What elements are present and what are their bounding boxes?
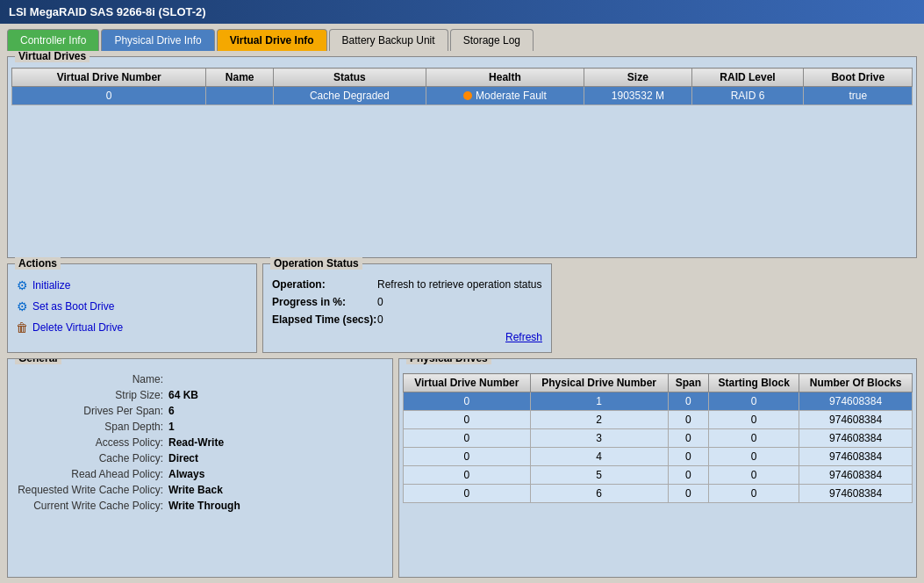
table-row[interactable]: 0 3 0 0 974608384 (404, 429, 913, 448)
pd-vd-number: 0 (404, 429, 531, 448)
pd-col-span: Span (668, 374, 708, 392)
pd-span: 0 (668, 411, 708, 429)
general-row: Name: (15, 373, 385, 385)
pd-starting-block: 0 (709, 411, 799, 429)
general-row: Read Ahead Policy: Always (15, 468, 385, 480)
pd-starting-block: 0 (709, 466, 799, 485)
table-row[interactable]: 0 Cache Degraded Moderate Fault 1903532 … (12, 87, 913, 105)
pd-vd-number: 0 (404, 485, 531, 503)
pd-starting-block: 0 (709, 429, 799, 448)
pd-pd-number: 6 (530, 485, 668, 503)
set-boot-drive-icon: ⚙ (15, 299, 29, 313)
col-name: Name (206, 68, 274, 87)
tab-physical-drive-info[interactable]: Physical Drive Info (101, 29, 214, 51)
set-as-boot-drive-link[interactable]: ⚙ Set as Boot Drive (15, 299, 249, 313)
title-bar: LSI MegaRAID SAS 9266-8i (SLOT-2) (0, 0, 924, 24)
progress-row: Progress in %: 0 (272, 296, 542, 308)
pd-starting-block: 0 (709, 448, 799, 466)
table-row[interactable]: 0 5 0 0 974608384 (404, 466, 913, 485)
general-value: Direct (168, 452, 198, 464)
elapsed-time-row: Elapsed Time (secs): 0 (272, 313, 542, 326)
elapsed-time-label: Elapsed Time (secs): (272, 313, 377, 326)
col-status: Status (273, 68, 426, 87)
table-row[interactable]: 0 4 0 0 974608384 (404, 448, 913, 466)
general-row: Strip Size: 64 KB (15, 389, 385, 401)
main-content: Virtual Drives Virtual Drive Number Name… (0, 51, 924, 583)
pd-pd-number: 5 (530, 466, 668, 485)
refresh-button[interactable]: Refresh (505, 331, 542, 343)
pd-col-starting-block: Starting Block (709, 374, 799, 392)
pd-col-vd-number: Virtual Drive Number (404, 374, 531, 392)
pd-span: 0 (668, 429, 708, 448)
pd-pd-number: 2 (530, 411, 668, 429)
general-label: Requested Write Cache Policy: (15, 484, 168, 496)
general-value: Write Through (168, 500, 240, 512)
health-dot-icon (463, 91, 472, 100)
pd-num-blocks: 974608384 (799, 466, 913, 485)
tab-bar: Controller Info Physical Drive Info Virt… (0, 24, 924, 51)
initialize-icon: ⚙ (15, 278, 29, 292)
pd-num-blocks: 974608384 (799, 411, 913, 429)
title-text: LSI MegaRAID SAS 9266-8i (SLOT-2) (9, 5, 206, 18)
lower-row: General Name: Strip Size: 64 KB Drives P… (7, 358, 917, 578)
pd-vd-number: 0 (404, 466, 531, 485)
pd-span: 0 (668, 466, 708, 485)
general-row: Requested Write Cache Policy: Write Back (15, 484, 385, 496)
pd-vd-number: 0 (404, 392, 531, 411)
general-value: Write Back (168, 484, 223, 496)
vd-number: 0 (12, 87, 206, 105)
actions-title: Actions (15, 257, 61, 270)
pd-span: 0 (668, 448, 708, 466)
general-label: Read Ahead Policy: (15, 468, 168, 480)
vd-health: Moderate Fault (426, 87, 584, 105)
general-label: Name: (15, 373, 168, 385)
operation-value: Refresh to retrieve operation status (377, 278, 541, 291)
virtual-drives-section: Virtual Drives Virtual Drive Number Name… (7, 56, 917, 258)
progress-value: 0 (377, 296, 383, 308)
table-row[interactable]: 0 1 0 0 974608384 (404, 392, 913, 411)
general-label: Strip Size: (15, 389, 168, 401)
col-health: Health (426, 68, 584, 87)
general-value: Read-Write (168, 436, 224, 449)
table-row[interactable]: 0 2 0 0 974608384 (404, 411, 913, 429)
col-raid-level: RAID Level (691, 68, 804, 87)
operation-row: Operation: Refresh to retrieve operation… (272, 278, 542, 291)
col-size: Size (584, 68, 691, 87)
general-value: 6 (168, 405, 175, 417)
pd-vd-number: 0 (404, 448, 531, 466)
delete-virtual-drive-link[interactable]: 🗑 Delete Virtual Drive (15, 320, 249, 335)
pd-num-blocks: 974608384 (799, 392, 913, 411)
middle-row: Actions ⚙ Initialize ⚙ Set as Boot Drive… (7, 263, 917, 353)
actions-section: Actions ⚙ Initialize ⚙ Set as Boot Drive… (7, 263, 257, 353)
tab-controller-info[interactable]: Controller Info (7, 29, 99, 51)
vd-status: Cache Degraded (273, 87, 426, 105)
pd-pd-number: 4 (530, 448, 668, 466)
delete-label: Delete Virtual Drive (32, 321, 123, 334)
delete-icon: 🗑 (15, 320, 29, 335)
operation-status-section: Operation Status Operation: Refresh to r… (262, 263, 552, 353)
pd-starting-block: 0 (709, 485, 799, 503)
general-row: Drives Per Span: 6 (15, 405, 385, 417)
general-fields: Name: Strip Size: 64 KB Drives Per Span:… (15, 373, 385, 512)
general-row: Cache Policy: Direct (15, 452, 385, 464)
pd-num-blocks: 974608384 (799, 485, 913, 503)
virtual-drives-table: Virtual Drive Number Name Status Health … (11, 68, 913, 105)
pd-vd-number: 0 (404, 411, 531, 429)
general-label: Cache Policy: (15, 452, 168, 464)
general-value: Always (168, 468, 204, 480)
general-label: Span Depth: (15, 421, 168, 433)
vd-name (206, 87, 274, 105)
tab-storage-log[interactable]: Storage Log (450, 29, 534, 51)
pd-col-pd-number: Physical Drive Number (530, 374, 668, 392)
refresh-container: Refresh (272, 331, 542, 343)
tab-battery-backup-unit[interactable]: Battery Backup Unit (329, 29, 448, 51)
initialize-label: Initialize (32, 279, 70, 292)
general-value: 1 (168, 421, 175, 433)
table-row[interactable]: 0 6 0 0 974608384 (404, 485, 913, 503)
initialize-link[interactable]: ⚙ Initialize (15, 278, 249, 292)
general-label: Drives Per Span: (15, 405, 168, 417)
pd-pd-number: 3 (530, 429, 668, 448)
vd-size: 1903532 M (584, 87, 691, 105)
tab-virtual-drive-info[interactable]: Virtual Drive Info (217, 29, 327, 51)
general-label: Access Policy: (15, 436, 168, 449)
